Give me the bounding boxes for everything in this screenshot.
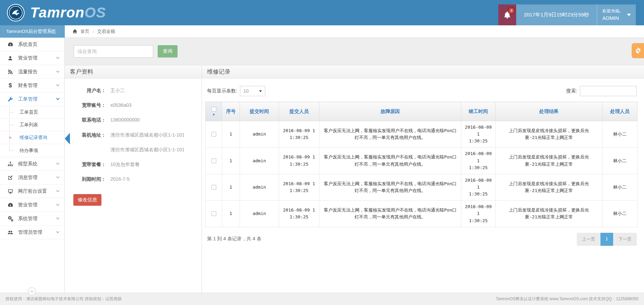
select-all-header-cell: ▾ <box>206 102 222 121</box>
cell-submit_time: 2016-08-09 1 1:30:25 <box>279 121 319 148</box>
sidebar-item-7-网厅前台设置[interactable]: 网厅前台设置 <box>0 185 64 198</box>
query-button[interactable]: 查询 <box>158 45 178 58</box>
column-header-序号[interactable]: 序号 <box>222 102 240 121</box>
tree-stub <box>9 125 14 125</box>
sidebar-item-label: 系统首页 <box>18 41 37 48</box>
user-icon <box>7 55 14 61</box>
breadcrumb-home[interactable]: 首页 <box>81 28 89 35</box>
sort-caret-icon[interactable]: ▾ <box>206 113 221 116</box>
cell-result: 上门后发现是皮线冷接头损坏，更换后光 衰-21光猫正常上网正常 <box>496 148 603 174</box>
gauge-icon <box>7 41 14 47</box>
tree-stub <box>9 112 14 113</box>
table-search-input[interactable] <box>580 86 637 96</box>
datetime-display: 2017年1月9日15时23分59秒 <box>516 4 596 25</box>
sidebar-item-8-营业管理[interactable]: 营业管理 <box>0 198 64 212</box>
column-header-处理人员[interactable]: 处理人员 <box>603 102 637 121</box>
cell-fault: 客户反应无法上网，客服核实发现用户不在线，电话沟通光猫Pon口 灯不亮，同一单元… <box>319 201 461 227</box>
breadcrumb: 首页 › 交易金额 <box>65 25 644 38</box>
sidebar-item-label: 营业管理 <box>18 202 37 208</box>
prev-page-button[interactable]: 上一页 <box>577 233 600 246</box>
top-header: TamronOS 8 2017年1月9日15时23分59秒 欢迎光临, ADMI… <box>0 0 644 25</box>
cell-result: 上门后发现是皮线冷接头损坏，更换后光 衰-21光猫正常上网正常 <box>496 121 603 148</box>
monitor-icon <box>7 189 14 194</box>
sidebar-subitem-待办事项[interactable]: »待办事项 <box>0 144 64 157</box>
sitemap-icon <box>7 161 14 167</box>
row-checkbox[interactable] <box>211 158 216 163</box>
customer-field-label: 到期时间： <box>69 176 106 182</box>
sidebar-item-1-营业管理[interactable]: 营业管理 <box>0 51 64 65</box>
customer-field-row: 装机地址：潍坊市潍城区西城名都小区1-1-101 <box>69 132 195 138</box>
theme-settings-button[interactable] <box>632 43 644 58</box>
customer-field-label: 装机地址： <box>69 132 106 138</box>
chevron-down-icon <box>56 203 60 206</box>
sidebar-collapse-button[interactable]: « <box>28 287 36 295</box>
sidebar-item-5-模型系统[interactable]: 模型系统 <box>0 157 64 171</box>
customer-field-row: 用户名：王小二 <box>69 87 195 93</box>
cell-seq: 1 <box>222 174 240 200</box>
sidebar-item-label: 系统管理 <box>18 216 37 222</box>
select-all-checkbox[interactable] <box>211 107 216 112</box>
edit-info-button[interactable]: 修改信息 <box>73 194 101 206</box>
page-size-select[interactable]: 10 <box>240 86 265 96</box>
global-search-input[interactable] <box>74 45 153 58</box>
row-checkbox[interactable] <box>211 132 216 137</box>
customer-field-value: 2016-7-5 <box>110 176 130 182</box>
sidebar-item-3-财务管理[interactable]: $财务管理 <box>0 79 64 92</box>
user-menu[interactable]: 欢迎光临, ADMIN <box>597 4 636 25</box>
row-checkbox[interactable] <box>211 185 216 190</box>
chevron-down-icon <box>56 97 60 100</box>
records-summary: 第 1 到 4 条记录，共 4 条 <box>207 233 262 242</box>
column-header-处理结果[interactable]: 处理结果 <box>496 102 603 121</box>
gears-icon <box>7 216 14 221</box>
customer-field-row: 到期时间：2016-7-5 <box>69 176 195 182</box>
sidebar-subitem-label: 工单首页 <box>20 109 38 115</box>
cell-finish_time: 2016-08-09 1 1:30:25 <box>461 121 496 148</box>
column-header-提交时间[interactable]: 提交时间 <box>240 102 279 121</box>
sidebar-subitem-工单列表[interactable]: »工单列表 <box>0 119 64 131</box>
current-page-button[interactable]: 1 <box>600 233 613 246</box>
sidebar-item-2-流量报告[interactable]: 流量报告 <box>0 65 64 79</box>
sidebar-item-9-系统管理[interactable]: 系统管理 <box>0 212 64 226</box>
customer-field-row: 联系电话：13800000000 <box>69 117 195 123</box>
sidebar-subitem-label: 维修记录查询 <box>20 135 47 141</box>
sidebar-item-label: 网厅前台设置 <box>18 188 47 194</box>
sidebar-menu: 系统首页营业管理流量报告$财务管理工单管理»工单首页»工单列表»维修记录查询»待… <box>0 38 65 293</box>
cell-result: 上门后发现是皮线冷接头损坏，更换后光 衰-21光猫正常上网正常 <box>496 201 603 227</box>
customer-field-value: 王小二 <box>110 87 125 93</box>
sidebar-item-10-管理员管理[interactable]: 管理员管理 <box>0 226 64 239</box>
gauge-icon <box>7 202 14 208</box>
column-header-竣工时间[interactable]: 竣工时间 <box>461 102 496 121</box>
repair-records-table: ▾序号提交时间提交人员故障原因竣工时间处理结果处理人员 1admin2016-0… <box>205 102 637 227</box>
chevron-down-icon <box>56 175 60 179</box>
cell-handler: 林小二 <box>603 201 637 227</box>
sidebar-item-6-消息管理[interactable]: 消息管理 <box>0 171 64 185</box>
table-row: 1admin2016-08-09 1 1:30:25客户反应无法上网，客服核实发… <box>206 148 637 174</box>
sidebar-item-0-系统首页[interactable]: 系统首页 <box>0 38 64 51</box>
records-panel-title: 维修记录 <box>202 65 644 78</box>
customer-field-value: 10兆包年套餐 <box>110 161 140 167</box>
column-header-提交人员[interactable]: 提交人员 <box>279 102 319 121</box>
customer-field-label: 宽带账号： <box>69 102 106 108</box>
customer-info-panel: 客户资料 用户名：王小二宽带账号：x0536a03联系电话：1380000000… <box>65 65 202 293</box>
customer-panel-title: 客户资料 <box>65 65 202 78</box>
cell-handler: 林小二 <box>603 174 637 200</box>
rss-icon <box>7 69 14 75</box>
sidebar-item-4-工单管理[interactable]: 工单管理 <box>0 92 64 106</box>
active-subitem-arrow-icon: » <box>9 135 12 140</box>
customer-field-value: 潍坊市潍城区西城名都小区1-1-101 <box>110 147 184 153</box>
column-header-故障原因[interactable]: 故障原因 <box>319 102 461 121</box>
cell-fault: 客户反应无法上网，客服核实发现用户不在线，电话沟通光猫Pon口 灯不亮，同一单元… <box>319 174 461 200</box>
logo-globe-icon <box>7 4 25 22</box>
customer-field-row: 宽带账号：x0536a03 <box>69 102 195 108</box>
sidebar-item-label: 营业管理 <box>18 55 37 61</box>
sidebar-subitem-工单首页[interactable]: »工单首页 <box>0 106 64 119</box>
row-checkbox[interactable] <box>211 211 216 216</box>
sidebar-subitem-维修记录查询[interactable]: »维修记录查询 <box>0 131 64 144</box>
notifications-button[interactable]: 8 <box>498 4 516 25</box>
sidebar-item-label: 财务管理 <box>18 82 37 89</box>
cell-submit_time: 2016-08-09 1 1:30:25 <box>279 201 319 227</box>
pagination: 上一页 1 下一页 <box>577 233 637 246</box>
next-page-button[interactable]: 下一页 <box>613 233 637 246</box>
chevron-down-icon <box>56 56 60 59</box>
wrench-icon <box>7 97 14 102</box>
